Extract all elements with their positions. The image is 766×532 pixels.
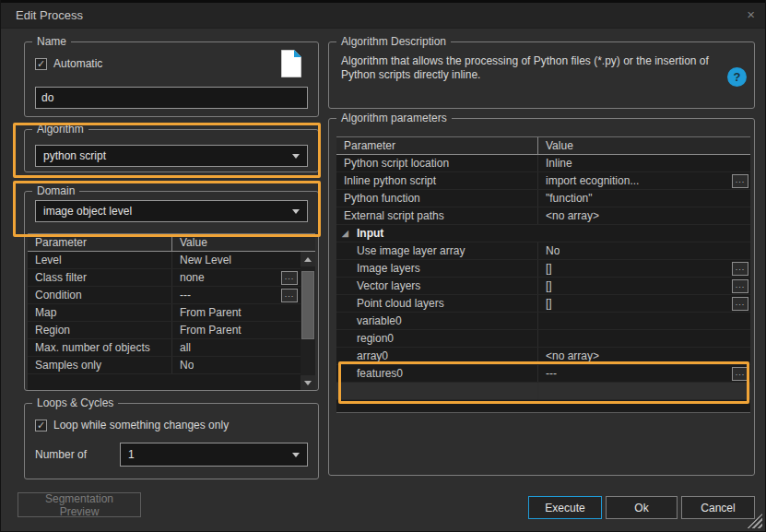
ellipsis-button[interactable]: ... [732, 279, 748, 293]
domain-parameter-table: Parameter Value Level New Level Class fi… [28, 233, 315, 390]
empty-selected-row[interactable] [336, 383, 750, 400]
param-cell: Python function [336, 190, 538, 207]
param-cell: Level [28, 252, 172, 268]
domain-dropdown-value: image object level [43, 205, 132, 218]
execute-button[interactable]: Execute [528, 496, 602, 519]
table-row[interactable]: Point cloud layers [] ... [336, 295, 750, 313]
new-document-icon[interactable] [281, 50, 301, 81]
close-icon[interactable]: × [747, 6, 755, 22]
number-of-label: Number of [35, 448, 87, 461]
table-row[interactable]: Samples only No [28, 357, 315, 374]
ellipsis-button[interactable]: ... [281, 289, 298, 302]
automatic-checkbox[interactable]: ✓ Automatic [35, 57, 102, 70]
table-row[interactable]: Python function "function" [336, 190, 750, 207]
ellipsis-button[interactable]: ... [732, 367, 748, 381]
segmentation-preview-button[interactable]: Segmentation Preview [18, 492, 141, 517]
table-row[interactable]: Condition --- ... [28, 287, 315, 304]
process-name-input[interactable] [35, 87, 308, 109]
param-cell: Python script location [336, 155, 538, 171]
table-row[interactable]: region0 [336, 330, 750, 348]
title-bar: Edit Process × [1, 3, 766, 29]
name-group-label: Name [32, 35, 71, 48]
table-row[interactable]: Vector layers [] ... [336, 278, 750, 295]
value-cell: From Parent [172, 304, 242, 321]
edit-process-dialog: Edit Process × Name ✓ Automatic Algorith… [0, 0, 766, 532]
table-row[interactable]: array0 <no array> [336, 348, 750, 365]
algorithm-dropdown-value: python script [43, 149, 106, 162]
ellipsis-button[interactable]: ... [281, 271, 298, 285]
checkbox-check-icon[interactable]: ✓ [35, 420, 47, 432]
loop-while-checkbox-label: Loop while something changes only [53, 419, 229, 432]
algorithm-description-text: Algorithm that allows the processing of … [341, 54, 719, 82]
table-row[interactable]: Class filter none ... [28, 269, 315, 287]
domain-header-value: Value [172, 234, 207, 251]
table-row[interactable]: Python script location Inline [336, 155, 750, 172]
value-cell: import ecognition... [538, 172, 639, 189]
name-group: Name ✓ Automatic [24, 41, 319, 117]
value-cell: none [172, 269, 205, 286]
value-cell: --- [172, 287, 191, 303]
help-icon[interactable]: ? [727, 67, 747, 87]
table-row[interactable]: Inline python script import ecognition..… [336, 172, 750, 190]
algorithm-dropdown[interactable]: python script [35, 145, 308, 167]
algorithm-parameters-label: Algorithm parameters [336, 112, 452, 124]
chevron-down-icon [292, 209, 300, 214]
ellipsis-button[interactable]: ... [732, 262, 748, 276]
parameters-table-header: Parameter Value [336, 136, 750, 155]
param-cell: Inline python script [336, 172, 538, 189]
value-cell: [] [538, 295, 552, 312]
domain-header-parameter: Parameter [28, 234, 172, 251]
value-cell: <no array> [538, 207, 599, 224]
domain-dropdown[interactable]: image object level [35, 200, 308, 222]
value-cell: "function" [538, 190, 593, 207]
algorithm-parameters-group: Algorithm parameters Parameter Value Pyt… [328, 118, 755, 476]
table-row[interactable]: Level New Level [28, 252, 315, 269]
scroll-down-icon[interactable] [301, 375, 315, 390]
expander-icon[interactable]: ◢ [342, 229, 348, 238]
param-cell: array0 [336, 348, 538, 364]
ok-button[interactable]: Ok [606, 496, 678, 519]
table-row[interactable]: Image layers [] ... [336, 260, 750, 278]
domain-group-label: Domain [32, 184, 79, 197]
domain-table-header: Parameter Value [28, 233, 315, 252]
param-cell: External script paths [336, 207, 538, 224]
param-cell: Use image layer array [336, 242, 538, 259]
checkbox-check-icon[interactable]: ✓ [35, 58, 47, 70]
table-row[interactable]: Max. number of objects all [28, 339, 315, 357]
loops-cycles-group-label: Loops & Cycles [32, 396, 118, 409]
param-cell: Vector layers [336, 278, 538, 294]
vertical-scrollbar[interactable] [301, 252, 315, 390]
value-cell [538, 330, 546, 347]
table-row[interactable]: Map From Parent [28, 304, 315, 322]
value-cell: No [172, 357, 194, 373]
ellipsis-button[interactable]: ... [732, 297, 748, 311]
param-cell: Image layers [336, 260, 538, 277]
value-cell [538, 383, 546, 399]
value-cell: From Parent [172, 322, 242, 338]
scrollbar-thumb[interactable] [301, 271, 314, 339]
param-cell: features0 [336, 365, 538, 382]
scroll-up-icon[interactable] [301, 252, 315, 266]
param-cell [336, 383, 538, 399]
number-of-dropdown-value: 1 [128, 448, 135, 461]
features0-row[interactable]: features0 --- ... [336, 365, 750, 383]
table-row[interactable]: variable0 [336, 313, 750, 330]
algorithm-group-label: Algorithm [32, 123, 88, 136]
number-of-dropdown[interactable]: 1 [120, 443, 308, 467]
param-cell: Samples only [28, 357, 172, 373]
dialog-title: Edit Process [16, 8, 83, 22]
algorithm-parameters-table: Parameter Value Python script location I… [336, 136, 750, 413]
loop-while-checkbox[interactable]: ✓ Loop while something changes only [35, 419, 229, 432]
table-row[interactable]: Region From Parent [28, 322, 315, 339]
cancel-button[interactable]: Cancel [681, 496, 755, 519]
value-cell: No [538, 242, 560, 259]
table-row[interactable]: Use image layer array No [336, 242, 750, 260]
value-cell: <no array> [538, 348, 599, 364]
param-cell: Map [28, 304, 172, 321]
value-cell: Inline [538, 155, 572, 171]
ellipsis-button[interactable]: ... [732, 174, 748, 188]
loops-cycles-group: Loops & Cycles ✓ Loop while something ch… [24, 403, 319, 479]
param-cell: variable0 [336, 313, 538, 329]
table-row[interactable]: External script paths <no array> [336, 207, 750, 225]
input-group-row[interactable]: ◢ Input [336, 225, 750, 242]
